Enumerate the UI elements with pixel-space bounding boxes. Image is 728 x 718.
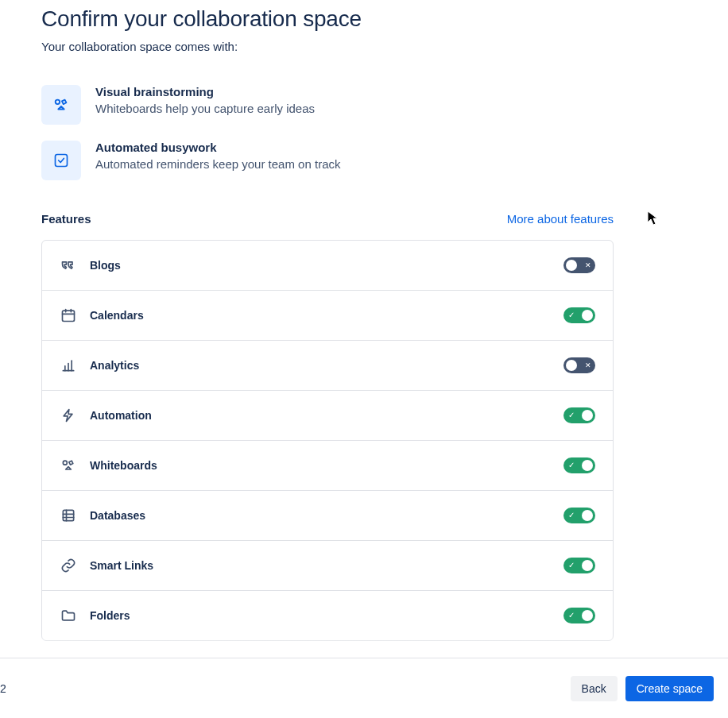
feature-row-calendars: Calendars✓ — [42, 291, 613, 341]
feature-toggle[interactable]: ✓ — [563, 558, 595, 573]
feature-name: Whiteboards — [90, 459, 551, 472]
feature-toggle[interactable]: ✓ — [563, 457, 595, 473]
analytics-icon — [60, 357, 77, 374]
feature-row-blogs: Blogs✕ — [42, 241, 613, 291]
check-square-icon — [41, 141, 81, 180]
feature-toggle[interactable]: ✕ — [563, 257, 595, 273]
included-item-visual-brainstorming: Visual brainstorming Whiteboards help yo… — [41, 85, 687, 125]
feature-toggle[interactable]: ✓ — [563, 508, 595, 523]
link-icon — [60, 557, 77, 574]
included-desc: Automated reminders keep your team on tr… — [95, 157, 340, 171]
feature-toggle[interactable]: ✓ — [563, 307, 595, 323]
svg-rect-11 — [63, 510, 73, 520]
back-button[interactable]: Back — [571, 676, 618, 701]
included-list: Visual brainstorming Whiteboards help yo… — [41, 85, 687, 180]
feature-row-whiteboards: Whiteboards✓ — [42, 441, 613, 491]
create-space-button[interactable]: Create space — [625, 676, 714, 701]
feature-name: Databases — [90, 509, 551, 522]
features-heading: Features — [41, 212, 91, 226]
page-subtitle: Your collaboration space comes with: — [41, 40, 687, 53]
svg-rect-1 — [56, 155, 68, 167]
included-item-automated-busywork: Automated busywork Automated reminders k… — [41, 141, 687, 180]
more-about-features-link[interactable]: More about features — [507, 212, 614, 226]
features-table: Blogs✕Calendars✓Analytics✕Automation✓Whi… — [41, 240, 614, 641]
folder-icon — [60, 607, 77, 624]
database-icon — [60, 507, 77, 524]
included-desc: Whiteboards help you capture early ideas — [95, 102, 315, 115]
svg-point-10 — [63, 461, 67, 465]
feature-name: Analytics — [90, 359, 551, 372]
whiteboard-icon — [60, 457, 77, 474]
calendar-icon — [60, 307, 77, 324]
bolt-icon — [60, 407, 77, 424]
footer-bar: 2 Back Create space — [0, 658, 728, 718]
whiteboard-icon — [41, 85, 81, 125]
included-title: Automated busywork — [95, 141, 340, 154]
feature-row-smart-links: Smart Links✓ — [42, 541, 613, 591]
feature-row-databases: Databases✓ — [42, 491, 613, 541]
feature-toggle[interactable]: ✕ — [563, 357, 595, 373]
feature-name: Automation — [90, 409, 551, 422]
feature-name: Smart Links — [90, 559, 551, 572]
feature-toggle[interactable]: ✓ — [563, 608, 595, 623]
page-title: Confirm your collaboration space — [41, 6, 687, 32]
svg-point-0 — [56, 100, 60, 104]
feature-row-automation: Automation✓ — [42, 391, 613, 441]
page-indicator: 2 — [0, 682, 6, 695]
feature-name: Blogs — [90, 259, 551, 272]
feature-row-analytics: Analytics✕ — [42, 341, 613, 391]
included-title: Visual brainstorming — [95, 85, 315, 98]
feature-name: Calendars — [90, 309, 551, 322]
feature-toggle[interactable]: ✓ — [563, 407, 595, 423]
feature-name: Folders — [90, 609, 551, 622]
feature-row-folders: Folders✓ — [42, 591, 613, 640]
svg-rect-2 — [63, 311, 75, 321]
quote-icon — [60, 257, 77, 274]
